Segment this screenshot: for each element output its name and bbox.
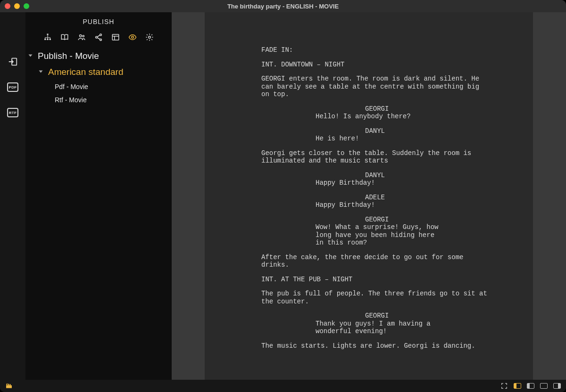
hierarchy-icon[interactable] xyxy=(42,32,53,42)
tree-group-label: American standard xyxy=(48,67,123,77)
svg-rect-10 xyxy=(112,34,119,40)
tree-group-american-standard[interactable]: American standard xyxy=(28,64,167,80)
svg-rect-3 xyxy=(47,39,49,40)
script-line: DANYL xyxy=(261,172,509,180)
clapperboard-icon[interactable] xyxy=(5,382,13,390)
svg-point-11 xyxy=(132,36,134,39)
titlebar: The birthday party - ENGLISH - MOVIE xyxy=(0,0,566,12)
script-line: He is here! xyxy=(261,135,445,143)
script-line: GEORGI xyxy=(261,216,509,224)
tree-root-label: Publish - Movie xyxy=(38,51,99,61)
svg-rect-2 xyxy=(44,39,46,40)
pdf-badge: PDF xyxy=(7,82,18,92)
book-icon[interactable] xyxy=(59,32,70,42)
panel-right-icon[interactable] xyxy=(553,382,561,390)
script-line: INT. AT THE PUB – NIGHT xyxy=(261,276,509,284)
svg-point-12 xyxy=(149,36,151,39)
script-line: Thank you guys! I am having a wonderful … xyxy=(261,320,445,335)
script-line: FADE IN: xyxy=(261,46,509,54)
tree-item-pdf[interactable]: Pdf - Movie xyxy=(28,80,167,93)
chevron-down-icon xyxy=(28,53,34,59)
rtf-badge: RTF xyxy=(7,108,18,117)
sidebar-toolbar xyxy=(25,30,172,47)
editor-area: FADE IN:INT. DOWNTOWN – NIGHTGEORGI ente… xyxy=(172,12,566,380)
sidebar: PUBLISH xyxy=(25,12,172,380)
script-line: The pub is full of people. The three fri… xyxy=(261,290,488,305)
page-gutter xyxy=(533,12,566,380)
left-rail: PDF RTF xyxy=(0,12,25,380)
publish-tree: Publish - Movie American standard Pdf - … xyxy=(25,47,172,106)
window-title: The birthday party - ENGLISH - MOVIE xyxy=(0,3,566,10)
svg-point-6 xyxy=(83,35,84,37)
svg-rect-4 xyxy=(50,39,51,40)
script-line: GEORGI xyxy=(261,105,509,113)
body: PDF RTF PUBLISH xyxy=(0,12,566,380)
preview-eye-icon[interactable] xyxy=(127,32,138,42)
script-line: Hello! Is anybody there? xyxy=(261,113,445,121)
chevron-down-icon xyxy=(39,69,44,75)
tree-root[interactable]: Publish - Movie xyxy=(28,48,167,64)
panel-left-icon[interactable] xyxy=(526,382,535,390)
panel-none-icon[interactable] xyxy=(540,382,548,390)
script-line: The music starts. Lights are lower. Geor… xyxy=(261,342,488,350)
script-line: Wow! What a surprise! Guys, how long hav… xyxy=(261,223,445,247)
script-line: Happy Birthday! xyxy=(261,179,445,187)
script-line: Georgi gets closer to the table. Suddenl… xyxy=(261,149,488,165)
script-line: ADELE xyxy=(261,194,509,202)
svg-rect-1 xyxy=(47,34,49,35)
pdf-format-icon[interactable]: PDF xyxy=(6,80,20,94)
app-window: The birthday party - ENGLISH - MOVIE PDF… xyxy=(0,0,566,392)
export-icon[interactable] xyxy=(6,55,20,69)
svg-point-5 xyxy=(80,35,82,37)
share-icon[interactable] xyxy=(93,32,104,42)
script-line: DANYL xyxy=(261,127,509,135)
tree-item-rtf[interactable]: Rtf - Movie xyxy=(28,93,167,106)
script-line: INT. DOWNTOWN – NIGHT xyxy=(261,61,509,69)
script-line: After the cake, the three decide to go o… xyxy=(261,253,488,269)
tree-item-label: Pdf - Movie xyxy=(55,83,88,90)
rtf-format-icon[interactable]: RTF xyxy=(6,106,20,120)
script-line: GEORGI enters the room. The room is dark… xyxy=(261,75,488,98)
tree-item-label: Rtf - Movie xyxy=(55,96,87,104)
statusbar xyxy=(0,380,566,392)
page-gutter xyxy=(172,12,205,380)
fullscreen-icon[interactable] xyxy=(500,382,508,390)
script-preview-page[interactable]: FADE IN:INT. DOWNTOWN – NIGHTGEORGI ente… xyxy=(205,12,533,380)
gear-icon[interactable] xyxy=(144,32,155,42)
script-line: Happy Birthday! xyxy=(261,201,445,209)
people-icon[interactable] xyxy=(76,32,87,42)
panel-left-active-icon[interactable] xyxy=(513,382,522,390)
script-line: GEORGI xyxy=(261,312,509,320)
sidebar-title: PUBLISH xyxy=(25,12,172,30)
layout-icon[interactable] xyxy=(110,32,121,42)
